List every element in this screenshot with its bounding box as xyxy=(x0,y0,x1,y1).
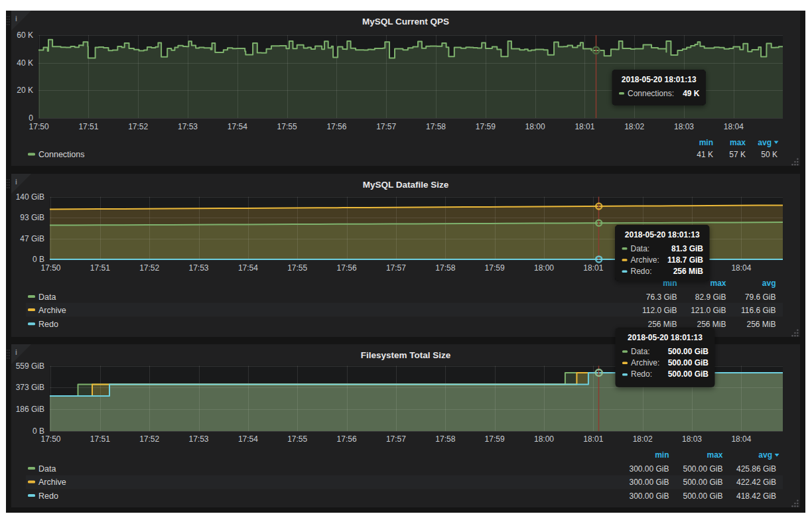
svg-text:avg: avg xyxy=(758,138,772,147)
svg-text:Filesystem Total Size: Filesystem Total Size xyxy=(361,350,451,360)
svg-text:avg: avg xyxy=(762,279,776,288)
svg-text:112.0 GiB: 112.0 GiB xyxy=(642,306,677,315)
svg-text:57 K: 57 K xyxy=(729,150,746,159)
svg-text:17:53: 17:53 xyxy=(188,263,208,273)
svg-text:17:56: 17:56 xyxy=(337,263,357,273)
svg-text:50 K: 50 K xyxy=(761,150,778,159)
svg-text:17:57: 17:57 xyxy=(376,122,396,131)
svg-text:418.42 GiB: 418.42 GiB xyxy=(736,491,776,501)
svg-text:18:02: 18:02 xyxy=(624,122,644,131)
svg-text:2018-05-20 18:01:13: 2018-05-20 18:01:13 xyxy=(628,333,703,342)
svg-text:18:01: 18:01 xyxy=(575,122,594,131)
svg-text:17:54: 17:54 xyxy=(238,263,258,273)
svg-text:Data: Data xyxy=(38,464,56,474)
svg-text:17:56: 17:56 xyxy=(337,434,357,444)
svg-text:425.86 GiB: 425.86 GiB xyxy=(736,464,776,474)
svg-text:47 GiB: 47 GiB xyxy=(20,234,44,243)
svg-text:256 MiB: 256 MiB xyxy=(673,267,704,276)
svg-text:Redo:: Redo: xyxy=(631,369,652,379)
svg-text:18:00: 18:00 xyxy=(534,434,554,444)
svg-text:avg: avg xyxy=(758,450,772,460)
svg-text:17:51: 17:51 xyxy=(90,434,110,444)
svg-text:300.00 GiB: 300.00 GiB xyxy=(629,478,669,487)
svg-text:18:00: 18:00 xyxy=(534,263,554,273)
svg-text:17:55: 17:55 xyxy=(277,122,297,131)
svg-text:140 GiB: 140 GiB xyxy=(16,192,44,202)
svg-text:79.6 GiB: 79.6 GiB xyxy=(745,292,776,302)
svg-text:500.00 GiB: 500.00 GiB xyxy=(668,358,709,367)
svg-text:373 GiB: 373 GiB xyxy=(16,383,44,392)
svg-text:min: min xyxy=(655,450,669,460)
svg-text:500.00 GiB: 500.00 GiB xyxy=(668,369,709,379)
svg-text:17:59: 17:59 xyxy=(485,263,505,273)
svg-text:17:51: 17:51 xyxy=(78,122,98,131)
svg-text:81.3 GiB: 81.3 GiB xyxy=(671,244,703,253)
svg-text:Archive: Archive xyxy=(38,306,66,315)
svg-text:20 K: 20 K xyxy=(17,86,33,95)
svg-text:17:55: 17:55 xyxy=(287,263,307,273)
svg-text:76.3 GiB: 76.3 GiB xyxy=(646,292,677,302)
svg-text:18:01: 18:01 xyxy=(583,263,603,273)
svg-text:500.00 GiB: 500.00 GiB xyxy=(668,347,709,356)
svg-text:min: min xyxy=(699,138,713,147)
svg-text:17:58: 17:58 xyxy=(435,434,455,444)
svg-text:17:57: 17:57 xyxy=(386,263,406,273)
svg-text:17:50: 17:50 xyxy=(40,434,60,444)
svg-text:17:59: 17:59 xyxy=(476,122,496,131)
svg-text:17:58: 17:58 xyxy=(435,263,455,273)
svg-text:40 K: 40 K xyxy=(17,58,33,68)
svg-text:41 K: 41 K xyxy=(697,150,713,159)
svg-text:82.9 GiB: 82.9 GiB xyxy=(695,292,726,302)
svg-text:256 MiB: 256 MiB xyxy=(647,320,677,329)
svg-text:Redo: Redo xyxy=(38,320,58,329)
svg-text:17:52: 17:52 xyxy=(139,263,159,273)
svg-text:18:03: 18:03 xyxy=(682,434,702,444)
svg-text:116.6 GiB: 116.6 GiB xyxy=(741,306,776,315)
svg-text:max: max xyxy=(730,138,746,147)
svg-text:60 K: 60 K xyxy=(17,31,33,40)
svg-text:Archive:: Archive: xyxy=(631,358,659,367)
svg-text:17:52: 17:52 xyxy=(128,122,148,131)
svg-text:18:00: 18:00 xyxy=(525,122,545,131)
svg-text:max: max xyxy=(707,450,722,460)
svg-text:17:59: 17:59 xyxy=(485,434,505,444)
svg-text:Data: Data xyxy=(38,292,56,302)
svg-text:18:02: 18:02 xyxy=(633,434,653,444)
svg-text:18:04: 18:04 xyxy=(731,434,751,444)
svg-text:18:04: 18:04 xyxy=(724,122,744,131)
svg-text:186 GiB: 186 GiB xyxy=(16,405,44,414)
svg-text:Data:: Data: xyxy=(631,347,650,356)
svg-text:i: i xyxy=(15,349,17,356)
svg-text:Archive: Archive xyxy=(38,478,66,487)
svg-text:18:01: 18:01 xyxy=(583,434,603,444)
svg-text:18:03: 18:03 xyxy=(674,122,694,131)
svg-text:118.7 GiB: 118.7 GiB xyxy=(667,255,703,265)
svg-text:93 GiB: 93 GiB xyxy=(20,213,44,222)
svg-text:max: max xyxy=(710,279,726,288)
svg-text:Redo: Redo xyxy=(38,491,58,501)
svg-text:MySQL Current QPS: MySQL Current QPS xyxy=(362,17,449,27)
svg-text:17:50: 17:50 xyxy=(29,122,49,131)
svg-text:500.00 GiB: 500.00 GiB xyxy=(683,478,722,487)
svg-text:Connections:: Connections: xyxy=(628,89,674,98)
svg-text:Data:: Data: xyxy=(631,244,650,253)
svg-text:17:56: 17:56 xyxy=(326,122,346,131)
svg-text:17:57: 17:57 xyxy=(386,434,406,444)
svg-text:17:50: 17:50 xyxy=(40,263,60,273)
svg-text:i: i xyxy=(15,15,17,23)
svg-text:18:04: 18:04 xyxy=(731,263,751,273)
svg-text:i: i xyxy=(15,178,17,186)
svg-text:17:55: 17:55 xyxy=(287,434,307,444)
svg-text:2018-05-20 18:01:13: 2018-05-20 18:01:13 xyxy=(625,230,700,239)
svg-text:300.00 GiB: 300.00 GiB xyxy=(629,491,669,501)
svg-text:0 B: 0 B xyxy=(33,255,44,264)
svg-text:17:54: 17:54 xyxy=(238,434,258,444)
svg-text:2018-05-20 18:01:13: 2018-05-20 18:01:13 xyxy=(622,75,697,84)
svg-text:17:51: 17:51 xyxy=(90,263,110,273)
svg-text:422.42 GiB: 422.42 GiB xyxy=(736,478,776,487)
svg-text:500.00 GiB: 500.00 GiB xyxy=(683,491,722,501)
svg-text:256 MiB: 256 MiB xyxy=(746,320,776,329)
svg-text:559 GiB: 559 GiB xyxy=(16,361,44,371)
svg-text:17:52: 17:52 xyxy=(139,434,159,444)
svg-text:17:53: 17:53 xyxy=(178,122,198,131)
